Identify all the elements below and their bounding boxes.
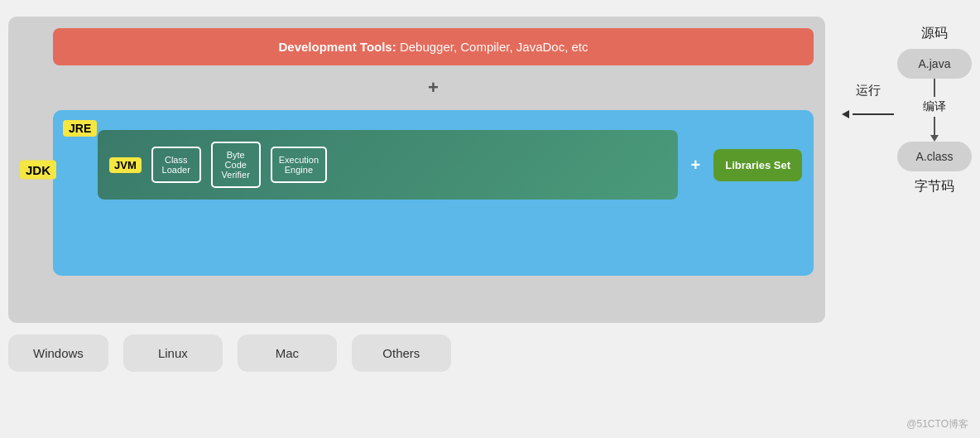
arrow-line-1 (934, 79, 935, 97)
jdk-inner: Development Tools: Debugger, Compiler, J… (53, 28, 814, 276)
run-section: 运行 (842, 17, 897, 118)
jre-box: JRE JVM ClassLoader ByteCodeVerifier Exe… (53, 110, 814, 276)
byte-code-verifier: ByteCodeVerifier (211, 142, 261, 188)
os-linux: Linux (123, 335, 223, 372)
jdk-label: JDK (20, 161, 56, 180)
dev-tools-rest: Debugger, Compiler, JavaDoc, etc (396, 40, 588, 54)
dev-tools-bold: Development Tools: (278, 40, 396, 54)
arrow-left-body (853, 113, 894, 115)
compile-label: 编译 (923, 97, 946, 117)
arrow-down-icon (930, 135, 939, 142)
diagram-left: JDK Development Tools: Debugger, Compile… (8, 17, 825, 430)
run-label: 运行 (856, 83, 881, 99)
dev-tools-bar: Development Tools: Debugger, Compiler, J… (53, 28, 814, 65)
a-java-node: A.java (897, 49, 972, 79)
main-container: JDK Development Tools: Debugger, Compile… (0, 0, 980, 438)
bytecode-label: 字节码 (915, 178, 954, 195)
jvm-label: JVM (109, 157, 142, 173)
os-windows: Windows (8, 335, 108, 372)
os-mac: Mac (238, 335, 337, 372)
right-section: 运行 源码 A.java 编译 A.class 字节码 (842, 17, 972, 430)
plus-between: + (53, 74, 814, 102)
arrow-line-2 (934, 117, 935, 135)
os-row: Windows Linux Mac Others (8, 335, 825, 372)
jre-label: JRE (63, 120, 97, 137)
libraries-box: Libraries Set (713, 149, 802, 181)
run-arrow-row (842, 110, 894, 118)
jdk-box: JDK Development Tools: Debugger, Compile… (8, 17, 825, 323)
jvm-area: JVM ClassLoader ByteCodeVerifier Executi… (98, 130, 678, 200)
source-label: 源码 (921, 25, 948, 42)
jre-inner: JVM ClassLoader ByteCodeVerifier Executi… (98, 122, 802, 200)
a-class-node: A.class (897, 142, 972, 171)
main-area: JDK Development Tools: Debugger, Compile… (8, 17, 972, 430)
execution-engine: ExecutionEngine (271, 147, 327, 183)
os-others: Others (352, 335, 451, 372)
arrow-left-head-icon (842, 110, 849, 118)
jre-plus: + (691, 156, 701, 175)
watermark: @51CTO博客 (906, 417, 968, 431)
class-loader: ClassLoader (151, 147, 201, 183)
compile-arrow: 编译 (923, 79, 946, 142)
flow-diagram: 源码 A.java 编译 A.class 字节码 (897, 17, 972, 202)
